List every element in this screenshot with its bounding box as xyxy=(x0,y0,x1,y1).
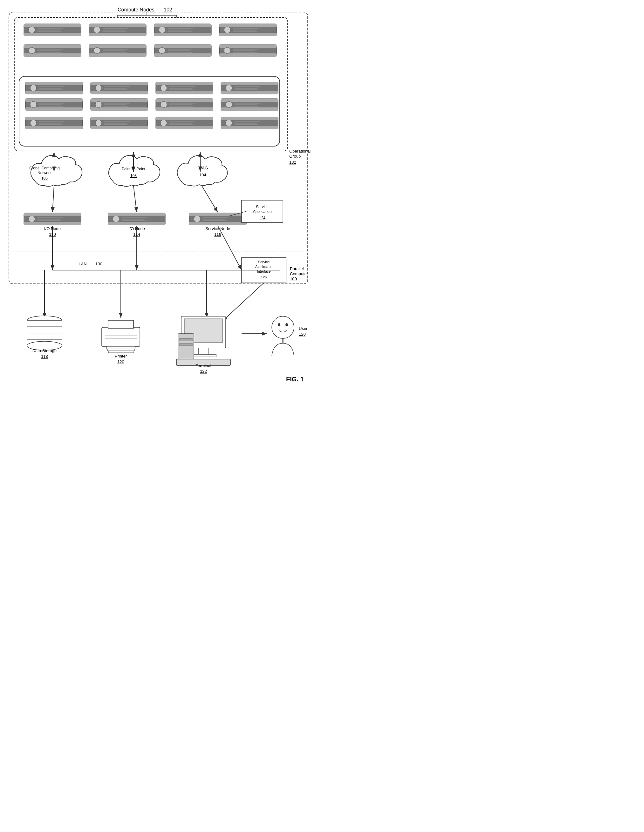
svg-point-35 xyxy=(29,47,35,54)
svg-rect-5 xyxy=(24,24,81,27)
svg-rect-99 xyxy=(104,121,130,122)
svg-rect-184 xyxy=(178,334,194,359)
terminal-ref: 122 xyxy=(200,369,207,374)
svg-rect-20 xyxy=(154,33,211,36)
datastorage-ref: 118 xyxy=(41,354,48,359)
svg-point-188 xyxy=(272,316,294,338)
svg-rect-148 xyxy=(24,222,81,225)
svg-rect-15 xyxy=(103,28,128,29)
gcn-ref: 106 xyxy=(41,176,48,181)
svg-rect-19 xyxy=(154,24,211,27)
svg-rect-69 xyxy=(91,91,148,94)
svg-rect-80 xyxy=(170,89,193,90)
svg-rect-165 xyxy=(203,219,225,219)
svg-point-56 xyxy=(224,47,231,54)
svg-rect-55 xyxy=(219,53,277,56)
svcnode-label: Service Node xyxy=(205,226,230,231)
terminal-shape xyxy=(176,316,231,365)
svg-rect-65 xyxy=(39,88,61,89)
svg-rect-155 xyxy=(108,222,165,225)
server-bar-r2c4 xyxy=(219,45,277,56)
svg-point-189 xyxy=(278,323,280,326)
svg-rect-6 xyxy=(24,33,81,36)
user-ref: 128 xyxy=(299,332,306,336)
svg-rect-43 xyxy=(103,49,128,50)
svg-rect-16 xyxy=(103,30,125,30)
parallel-computer-ref: 100 xyxy=(290,277,297,281)
svg-rect-22 xyxy=(168,28,193,29)
svg-rect-177 xyxy=(108,351,134,353)
svg-rect-151 xyxy=(37,219,60,219)
svg-rect-159 xyxy=(122,220,146,221)
svg-point-7 xyxy=(29,27,35,33)
printer-shape xyxy=(102,320,140,353)
arrow-svcnode-sai xyxy=(218,226,242,270)
terminal-label: Terminal xyxy=(195,363,211,368)
svcapp-label1: Service xyxy=(256,205,269,209)
user-label: User xyxy=(299,326,308,331)
svg-rect-183 xyxy=(191,354,216,357)
arrow-ptp-ion114 xyxy=(133,186,137,212)
server-bar-r2c1 xyxy=(24,45,81,56)
svg-rect-175 xyxy=(106,346,135,349)
svg-rect-176 xyxy=(107,349,135,351)
data-storage-shape xyxy=(27,316,62,350)
fig-label: FIG. 1 xyxy=(286,376,304,382)
svg-rect-27 xyxy=(219,33,277,36)
svg-point-112 xyxy=(226,120,232,126)
svg-rect-157 xyxy=(122,217,147,218)
svg-rect-41 xyxy=(89,53,146,56)
svg-rect-71 xyxy=(104,86,130,87)
svg-rect-34 xyxy=(24,53,81,56)
server-bar-r1c2 xyxy=(89,24,146,36)
svg-rect-147 xyxy=(24,213,81,216)
svg-rect-115 xyxy=(235,124,258,125)
service-node-116-bar xyxy=(189,213,246,225)
jtag-ref: 104 xyxy=(199,173,206,177)
svg-rect-110 xyxy=(221,117,278,120)
svg-rect-66 xyxy=(39,89,63,90)
svg-rect-76 xyxy=(156,91,213,94)
jtag-cloud xyxy=(177,155,227,186)
svg-rect-143 xyxy=(235,106,258,107)
svg-rect-111 xyxy=(221,126,278,129)
ion114-ref: 114 xyxy=(133,232,140,237)
sai-ref: 126 xyxy=(261,275,267,279)
svg-rect-92 xyxy=(39,121,64,122)
parallel-computer-label1: Parallel xyxy=(290,266,304,271)
svg-rect-87 xyxy=(235,89,258,90)
svg-rect-30 xyxy=(233,30,255,30)
ion114-label: I/O Node xyxy=(128,226,145,231)
svg-rect-26 xyxy=(219,24,277,27)
svg-rect-104 xyxy=(156,126,213,129)
arrow-gcn-ion110 xyxy=(53,186,54,212)
svg-point-105 xyxy=(160,120,167,126)
gcn-label2: Network xyxy=(37,171,52,175)
ion110-ref: 110 xyxy=(49,232,56,237)
svg-rect-78 xyxy=(170,86,195,87)
ion110-label: I/O Node xyxy=(44,226,61,231)
svg-rect-118 xyxy=(26,107,83,110)
svg-rect-136 xyxy=(170,106,193,107)
svg-rect-73 xyxy=(104,89,128,90)
io-node-110-bar xyxy=(24,213,81,225)
svg-rect-128 xyxy=(104,104,127,105)
svg-point-126 xyxy=(95,101,102,108)
svg-rect-33 xyxy=(24,45,81,48)
svg-rect-117 xyxy=(26,99,83,102)
sai-label3: Interface xyxy=(257,269,271,273)
parallel-computer-label2: Computer xyxy=(290,271,308,276)
gcn-label1: Global Combining xyxy=(29,166,59,170)
svg-point-84 xyxy=(226,85,232,91)
compute-nodes-label: Compute Nodes xyxy=(118,7,154,13)
svg-rect-96 xyxy=(91,117,148,120)
svg-point-21 xyxy=(159,27,165,33)
svcapp-ref: 124 xyxy=(259,216,266,220)
svg-rect-24 xyxy=(168,31,192,32)
server-bar-r3c4 xyxy=(221,82,278,94)
sai-label2: Application xyxy=(255,265,272,269)
svg-rect-10 xyxy=(37,31,61,32)
server-bar-r5c3 xyxy=(156,99,213,110)
server-bar-r1c3 xyxy=(154,24,211,36)
svg-point-98 xyxy=(95,120,102,126)
